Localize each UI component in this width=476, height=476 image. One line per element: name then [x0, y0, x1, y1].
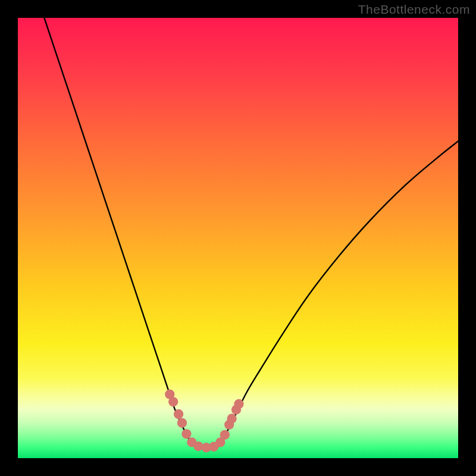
- worm-dot: [177, 418, 187, 428]
- worm-dot: [168, 397, 178, 406]
- curve-right: [220, 141, 458, 445]
- plot-area: [18, 18, 458, 458]
- worm-dot: [174, 409, 183, 419]
- worm-dot: [220, 430, 230, 440]
- worm-dot: [181, 429, 191, 439]
- watermark-text: TheBottleneck.com: [358, 2, 470, 17]
- chart-stage: TheBottleneck.com: [0, 0, 476, 476]
- curves-layer: [18, 18, 458, 458]
- worm-dot: [227, 414, 237, 423]
- curve-left: [44, 18, 192, 445]
- worm-dot: [234, 399, 243, 409]
- worm-markers: [165, 390, 243, 453]
